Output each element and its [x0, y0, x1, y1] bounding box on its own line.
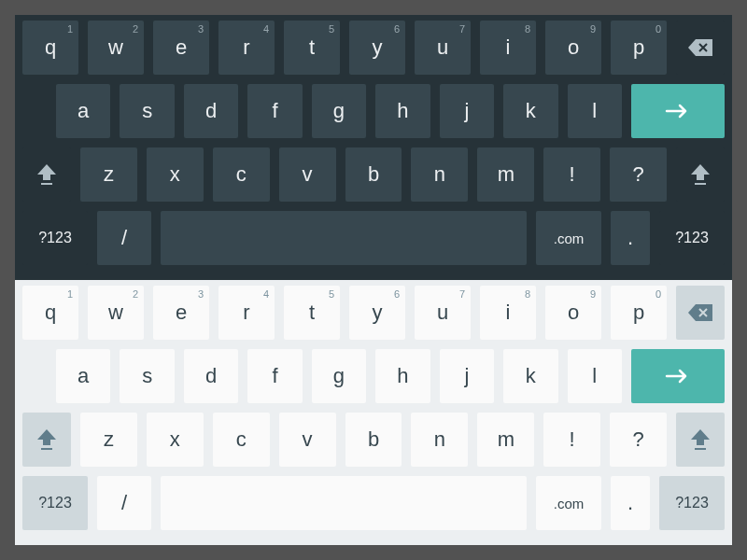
key-u[interactable]: u7 [415, 286, 471, 340]
key-label: o [568, 35, 579, 60]
key-label: r [243, 301, 249, 325]
key-label: m [498, 427, 514, 452]
key-c[interactable]: c [213, 413, 270, 467]
key-shift-right[interactable] [676, 147, 725, 202]
key-h[interactable]: h [375, 349, 430, 403]
key-exclaim[interactable]: ! [543, 147, 600, 202]
svg-rect-0 [41, 183, 52, 185]
key-question[interactable]: ? [610, 147, 667, 202]
key-dotcom[interactable]: .com [536, 476, 601, 530]
key-symbols-right[interactable]: ?123 [659, 211, 725, 265]
key-label: z [104, 427, 114, 452]
key-symbols-left[interactable]: ?123 [22, 476, 88, 530]
key-z[interactable]: z [80, 413, 137, 467]
key-period[interactable]: . [611, 211, 650, 265]
key-slash[interactable]: / [97, 476, 151, 530]
key-e[interactable]: e3 [153, 21, 209, 75]
key-z[interactable]: z [80, 147, 137, 202]
key-shift-right[interactable] [676, 413, 725, 467]
key-n[interactable]: n [411, 413, 468, 467]
key-space[interactable] [161, 476, 527, 530]
key-d[interactable]: d [184, 84, 238, 138]
key-b[interactable]: b [345, 147, 402, 202]
key-j[interactable]: j [440, 84, 494, 138]
key-label: l [592, 364, 597, 388]
key-r[interactable]: r4 [218, 286, 275, 340]
key-f[interactable]: f [247, 349, 302, 403]
key-d[interactable]: d [184, 349, 238, 403]
key-x[interactable]: x [147, 413, 204, 467]
key-p[interactable]: p0 [611, 286, 667, 340]
key-l[interactable]: l [568, 349, 622, 403]
key-x[interactable]: x [147, 147, 204, 202]
key-y[interactable]: y6 [349, 21, 405, 75]
key-backspace[interactable] [676, 21, 725, 75]
key-w[interactable]: w2 [88, 286, 144, 340]
key-t[interactable]: t5 [284, 286, 340, 340]
key-y[interactable]: y6 [349, 286, 405, 340]
keyboard-light: q1 w2 e3 r4 t5 y6 u7 i8 o9 p0 a s d f g … [15, 280, 732, 545]
key-super: 3 [198, 23, 204, 35]
key-label: f [272, 99, 277, 123]
key-enter[interactable] [631, 349, 725, 403]
key-symbols-left[interactable]: ?123 [22, 211, 88, 265]
key-exclaim[interactable]: ! [543, 413, 600, 467]
key-o[interactable]: o9 [545, 286, 601, 340]
key-label: b [368, 162, 379, 187]
key-k[interactable]: k [503, 349, 557, 403]
key-super: 9 [590, 288, 596, 300]
key-label: i [506, 35, 511, 60]
key-symbols-right[interactable]: ?123 [659, 476, 725, 530]
key-b[interactable]: b [345, 413, 402, 467]
key-s[interactable]: s [120, 349, 174, 403]
key-backspace[interactable] [676, 286, 725, 340]
key-label: w [108, 35, 123, 60]
key-super: 8 [525, 23, 530, 35]
key-q[interactable]: q1 [22, 286, 78, 340]
key-a[interactable]: a [56, 84, 110, 138]
key-e[interactable]: e3 [153, 286, 209, 340]
key-s[interactable]: s [120, 84, 174, 138]
key-label: d [205, 99, 217, 123]
key-g[interactable]: g [312, 84, 366, 138]
key-super: 0 [655, 288, 661, 300]
row-4: ?123 / .com . ?123 [22, 476, 725, 530]
key-i[interactable]: i8 [480, 21, 536, 75]
key-v[interactable]: v [279, 147, 336, 202]
key-space[interactable] [161, 211, 527, 265]
key-shift-left[interactable] [22, 147, 71, 202]
key-enter[interactable] [631, 84, 725, 138]
key-m[interactable]: m [477, 147, 534, 202]
key-c[interactable]: c [213, 147, 270, 202]
key-label: q [45, 301, 56, 325]
key-w[interactable]: w2 [88, 21, 144, 75]
key-label: h [397, 364, 408, 388]
key-v[interactable]: v [279, 413, 336, 467]
key-dotcom[interactable]: .com [536, 211, 601, 265]
key-o[interactable]: o9 [545, 21, 601, 75]
key-p[interactable]: p0 [611, 21, 667, 75]
key-m[interactable]: m [477, 413, 534, 467]
key-a[interactable]: a [56, 349, 110, 403]
key-g[interactable]: g [312, 349, 366, 403]
key-label: c [236, 162, 247, 187]
key-k[interactable]: k [503, 84, 557, 138]
key-label: m [498, 162, 514, 187]
key-n[interactable]: n [411, 147, 468, 202]
key-period[interactable]: . [611, 476, 650, 530]
key-f[interactable]: f [247, 84, 302, 138]
key-i[interactable]: i8 [480, 286, 536, 340]
key-t[interactable]: t5 [284, 21, 340, 75]
key-h[interactable]: h [375, 84, 430, 138]
key-label: z [104, 162, 114, 187]
key-label: a [78, 99, 89, 123]
key-l[interactable]: l [568, 84, 622, 138]
key-q[interactable]: q1 [22, 21, 78, 75]
key-u[interactable]: u7 [415, 21, 471, 75]
key-question[interactable]: ? [610, 413, 667, 467]
key-label: v [303, 427, 313, 452]
key-j[interactable]: j [440, 349, 494, 403]
key-r[interactable]: r4 [218, 21, 275, 75]
key-slash[interactable]: / [97, 211, 151, 265]
key-shift-left[interactable] [22, 413, 71, 467]
